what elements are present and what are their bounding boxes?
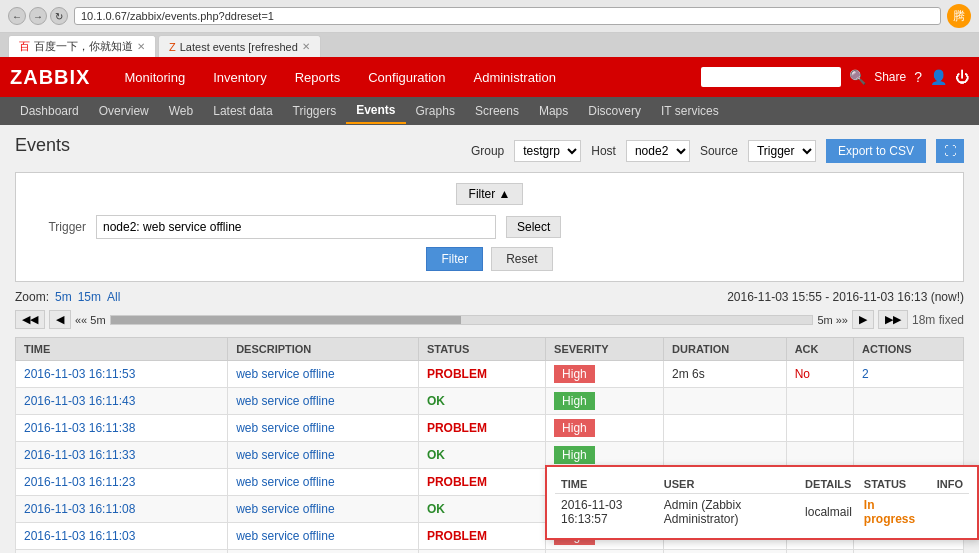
zoom-5m[interactable]: 5m: [55, 290, 72, 304]
reset-button[interactable]: Reset: [491, 247, 552, 271]
cell-desc: web service offline: [228, 388, 419, 415]
subnav-graphs[interactable]: Graphs: [406, 99, 465, 123]
host-select[interactable]: node2: [626, 140, 690, 162]
table-row: 2016-11-03 16:10:58 web service offline …: [16, 550, 964, 554]
subnav-dashboard[interactable]: Dashboard: [10, 99, 89, 123]
status-badge: PROBLEM: [427, 529, 487, 543]
severity-badge: High: [554, 446, 595, 464]
desc-link[interactable]: web service offline: [236, 475, 335, 489]
status-badge: PROBLEM: [427, 475, 487, 489]
status-badge: OK: [427, 394, 445, 408]
nav-configuration[interactable]: Configuration: [354, 60, 459, 95]
time-link[interactable]: 2016-11-03 16:11:03: [24, 529, 135, 543]
cell-status: OK: [418, 442, 545, 469]
cell-desc: web service offline: [228, 523, 419, 550]
forward-button[interactable]: →: [29, 7, 47, 25]
tl-next-far[interactable]: ▶▶: [878, 310, 908, 329]
power-icon[interactable]: ⏻: [955, 69, 969, 85]
desc-link[interactable]: web service offline: [236, 502, 335, 516]
tl-prev-far[interactable]: ◀◀: [15, 310, 45, 329]
filter-toggle-button[interactable]: Filter ▲: [456, 183, 524, 205]
trigger-input[interactable]: [96, 215, 496, 239]
status-badge: OK: [427, 502, 445, 516]
timeline-range: 2016-11-03 15:55 - 2016-11-03 16:13 (now…: [727, 290, 964, 304]
actions-link[interactable]: 2: [862, 367, 869, 381]
cell-status: PROBLEM: [418, 361, 545, 388]
search-icon[interactable]: 🔍: [849, 69, 866, 85]
cell-time: 2016-11-03 16:11:08: [16, 496, 228, 523]
tab-close-1[interactable]: ✕: [137, 41, 145, 52]
tt-info: [931, 494, 969, 531]
time-link[interactable]: 2016-11-03 16:11:38: [24, 421, 135, 435]
tooltip-row: 2016-11-03 16:13:57 Admin (Zabbix Admini…: [555, 494, 969, 531]
severity-badge: High: [554, 419, 595, 437]
cell-ack: [786, 415, 853, 442]
table-row: 2016-11-03 16:11:43 web service offline …: [16, 388, 964, 415]
search-input[interactable]: [701, 67, 841, 87]
tl-prev[interactable]: ◀: [49, 310, 71, 329]
action-tooltip: TIME USER DETAILS STATUS INFO 2016-11-03…: [545, 465, 979, 540]
subnav-maps[interactable]: Maps: [529, 99, 578, 123]
zoom-all[interactable]: All: [107, 290, 120, 304]
cell-time: 2016-11-03 16:11:33: [16, 442, 228, 469]
source-select[interactable]: Trigger: [748, 140, 816, 162]
desc-link[interactable]: web service offline: [236, 367, 335, 381]
cell-severity: High: [546, 361, 664, 388]
subnav-events[interactable]: Events: [346, 98, 405, 124]
tt-col-details: DETAILS: [799, 475, 858, 494]
fullscreen-button[interactable]: ⛶: [936, 139, 964, 163]
time-link[interactable]: 2016-11-03 16:11:33: [24, 448, 135, 462]
col-ack: ACK: [786, 338, 853, 361]
subnav-triggers[interactable]: Triggers: [283, 99, 347, 123]
subnav-latest-data[interactable]: Latest data: [203, 99, 282, 123]
zoom-label: Zoom:: [15, 290, 49, 304]
time-link[interactable]: 2016-11-03 16:11:53: [24, 367, 135, 381]
browser-tab-2[interactable]: Z Latest events [refreshed ✕: [158, 35, 321, 57]
address-bar[interactable]: 10.1.0.67/zabbix/events.php?ddreset=1: [74, 7, 941, 25]
tab-favicon: 百: [19, 39, 30, 54]
col-description: DESCRIPTION: [228, 338, 419, 361]
tl-label-prev: «« 5m: [75, 314, 106, 326]
desc-link[interactable]: web service offline: [236, 529, 335, 543]
time-link[interactable]: 2016-11-03 16:11:23: [24, 475, 135, 489]
subnav-discovery[interactable]: Discovery: [578, 99, 651, 123]
zoom-bar: Zoom: 5m 15m All 2016-11-03 15:55 - 2016…: [15, 290, 964, 304]
subnav-it-services[interactable]: IT services: [651, 99, 729, 123]
subnav-overview[interactable]: Overview: [89, 99, 159, 123]
desc-link[interactable]: web service offline: [236, 394, 335, 408]
time-link[interactable]: 2016-11-03 16:11:08: [24, 502, 135, 516]
status-badge: PROBLEM: [427, 421, 487, 435]
zoom-15m[interactable]: 15m: [78, 290, 101, 304]
select-button[interactable]: Select: [506, 216, 561, 238]
filter-section: Filter ▲ Trigger Select Filter Reset: [15, 172, 964, 282]
filter-button[interactable]: Filter: [426, 247, 483, 271]
nav-monitoring[interactable]: Monitoring: [110, 60, 199, 95]
nav-administration[interactable]: Administration: [460, 60, 570, 95]
tl-next[interactable]: ▶: [852, 310, 874, 329]
col-status: STATUS: [418, 338, 545, 361]
time-link[interactable]: 2016-11-03 16:11:43: [24, 394, 135, 408]
cell-actions: [854, 388, 964, 415]
browser-tab-1[interactable]: 百 百度一下，你就知道 ✕: [8, 35, 156, 57]
desc-link[interactable]: web service offline: [236, 421, 335, 435]
page-title: Events: [15, 135, 70, 156]
cell-ack: [786, 388, 853, 415]
cell-status: PROBLEM: [418, 469, 545, 496]
user-icon[interactable]: 👤: [930, 69, 947, 85]
cell-time: 2016-11-03 16:11:03: [16, 523, 228, 550]
tab-label-2: Latest events [refreshed: [180, 41, 298, 53]
table-row: 2016-11-03 16:11:53 web service offline …: [16, 361, 964, 388]
reload-button[interactable]: ↻: [50, 7, 68, 25]
timeline-slider[interactable]: [110, 315, 814, 325]
subnav-screens[interactable]: Screens: [465, 99, 529, 123]
nav-reports[interactable]: Reports: [281, 60, 355, 95]
zabbix-logo: ZABBIX: [10, 66, 90, 89]
export-csv-button[interactable]: Export to CSV: [826, 139, 926, 163]
nav-inventory[interactable]: Inventory: [199, 60, 280, 95]
subnav-web[interactable]: Web: [159, 99, 203, 123]
help-icon[interactable]: ?: [914, 69, 922, 85]
back-button[interactable]: ←: [8, 7, 26, 25]
desc-link[interactable]: web service offline: [236, 448, 335, 462]
group-select[interactable]: testgrp: [514, 140, 581, 162]
tab-close-2[interactable]: ✕: [302, 41, 310, 52]
